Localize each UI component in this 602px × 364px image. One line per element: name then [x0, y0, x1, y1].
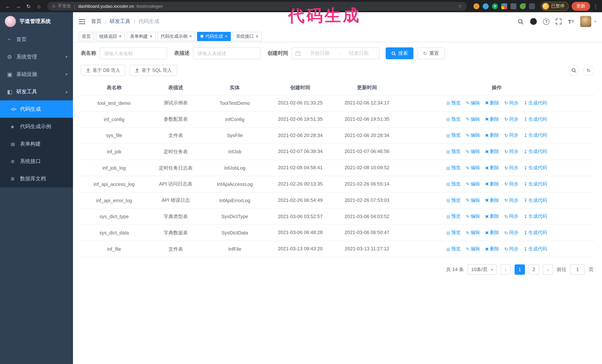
- sidebar-subitem-db-doc[interactable]: ⊞数据库文档: [0, 170, 73, 187]
- breadcrumb-item-1[interactable]: 研发工具: [110, 18, 130, 25]
- refresh-table-button[interactable]: ↻: [583, 65, 594, 76]
- page-button-2[interactable]: 2: [529, 264, 539, 275]
- preview-link[interactable]: ◎预览: [446, 100, 461, 106]
- avatar-caret-icon[interactable]: ▾: [594, 20, 596, 23]
- generate-link[interactable]: ↧生成代码: [524, 197, 547, 203]
- extension-icon[interactable]: [520, 3, 526, 9]
- preview-link[interactable]: ◎预览: [446, 246, 461, 252]
- delete-link[interactable]: ✖删除: [485, 213, 499, 220]
- extensions-puzzle-icon[interactable]: [529, 3, 535, 9]
- sync-link[interactable]: ↻同步: [504, 149, 518, 155]
- github-icon[interactable]: [530, 18, 537, 25]
- table-desc-input[interactable]: [193, 47, 260, 59]
- tab-close-icon[interactable]: ×: [256, 34, 258, 39]
- edit-link[interactable]: ✎编辑: [466, 100, 480, 106]
- browser-reload-icon[interactable]: ↻: [24, 1, 33, 11]
- preview-link[interactable]: ◎预览: [446, 132, 461, 139]
- extension-icon[interactable]: [473, 3, 479, 9]
- edit-link[interactable]: ✎编辑: [466, 132, 480, 139]
- reset-button[interactable]: ↻ 重置: [417, 47, 445, 59]
- edit-link[interactable]: ✎编辑: [466, 116, 480, 122]
- preview-link[interactable]: ◎预览: [446, 165, 461, 171]
- search-icon[interactable]: [517, 18, 524, 25]
- tab-tracing[interactable]: 链路追踪×: [96, 32, 125, 41]
- delete-link[interactable]: ✖删除: [485, 246, 499, 252]
- generate-link[interactable]: ↧生成代码: [524, 213, 547, 220]
- page-size-select[interactable]: 10条/页: [468, 264, 497, 275]
- edit-link[interactable]: ✎编辑: [466, 246, 480, 252]
- page-button-1[interactable]: 1: [515, 264, 525, 275]
- browser-update-button[interactable]: 更新: [572, 2, 590, 10]
- hamburger-icon[interactable]: [79, 19, 85, 24]
- sidebar-subitem-codegen[interactable]: </>代码生成: [0, 100, 73, 118]
- tab-form-builder[interactable]: 表单构建×: [127, 32, 156, 41]
- tab-codegen-example[interactable]: 代码生成示例×: [157, 32, 195, 41]
- sidebar-subitem-form-builder[interactable]: ▤表单构建: [0, 135, 73, 153]
- import-db-button[interactable]: 基于 DB 导入: [81, 65, 125, 76]
- bookmark-star-icon[interactable]: ☆: [458, 3, 462, 9]
- generate-link[interactable]: ↧生成代码: [524, 165, 547, 171]
- browser-home-icon[interactable]: ⌂: [34, 1, 44, 11]
- sidebar-item-home[interactable]: ◔首页: [0, 31, 73, 48]
- preview-link[interactable]: ◎预览: [446, 149, 461, 155]
- sidebar-subitem-codegen-example[interactable]: ◈代码生成示例: [0, 118, 73, 135]
- sync-link[interactable]: ↻同步: [504, 165, 518, 171]
- edit-link[interactable]: ✎编辑: [466, 181, 480, 187]
- sync-link[interactable]: ↻同步: [504, 181, 518, 187]
- sync-link[interactable]: ↻同步: [504, 246, 518, 252]
- extension-icon[interactable]: [492, 3, 498, 9]
- profile-paused-badge[interactable]: 已暂停: [541, 2, 569, 10]
- generate-link[interactable]: ↧生成代码: [524, 230, 547, 236]
- address-bar[interactable]: ⚠ 不安全 | dashboard.yudao.iocoder.cn/tool/…: [47, 2, 467, 10]
- tab-api[interactable]: 系统接口×: [233, 32, 262, 41]
- browser-menu-icon[interactable]: ⋮: [592, 3, 599, 9]
- preview-link[interactable]: ◎预览: [446, 230, 461, 236]
- edit-link[interactable]: ✎编辑: [466, 197, 480, 203]
- sync-link[interactable]: ↻同步: [504, 230, 518, 236]
- delete-link[interactable]: ✖删除: [485, 181, 499, 187]
- search-button[interactable]: 搜索: [386, 47, 413, 59]
- browser-back-icon[interactable]: ←: [3, 1, 13, 11]
- sync-link[interactable]: ↻同步: [504, 213, 518, 220]
- extension-icon[interactable]: [483, 3, 489, 9]
- sidebar-item-infrastructure[interactable]: ▣基础设施▾: [0, 65, 73, 83]
- edit-link[interactable]: ✎编辑: [466, 213, 480, 220]
- sync-link[interactable]: ↻同步: [504, 100, 518, 106]
- tab-close-icon[interactable]: ×: [150, 34, 152, 39]
- toggle-search-button[interactable]: [568, 65, 580, 76]
- generate-link[interactable]: ↧生成代码: [524, 100, 547, 106]
- table-name-input[interactable]: [100, 47, 167, 59]
- prev-page-button[interactable]: ‹: [501, 264, 511, 275]
- preview-link[interactable]: ◎预览: [446, 116, 461, 122]
- tab-close-icon[interactable]: ×: [189, 34, 192, 39]
- fullscreen-icon[interactable]: [556, 19, 562, 24]
- preview-link[interactable]: ◎预览: [446, 181, 461, 187]
- user-avatar[interactable]: [580, 16, 591, 27]
- import-sql-button[interactable]: 基于 SQL 导入: [130, 65, 177, 76]
- delete-link[interactable]: ✖删除: [485, 165, 499, 171]
- sync-link[interactable]: ↻同步: [504, 197, 518, 203]
- preview-link[interactable]: ◎预览: [446, 213, 461, 220]
- breadcrumb-item-0[interactable]: 首页: [91, 18, 101, 25]
- sync-link[interactable]: ↻同步: [504, 116, 518, 122]
- generate-link[interactable]: ↧生成代码: [524, 181, 547, 187]
- delete-link[interactable]: ✖删除: [485, 116, 499, 122]
- delete-link[interactable]: ✖删除: [485, 100, 499, 106]
- next-page-button[interactable]: ›: [543, 264, 553, 275]
- generate-link[interactable]: ↧生成代码: [524, 149, 547, 155]
- edit-link[interactable]: ✎编辑: [466, 149, 480, 155]
- edit-link[interactable]: ✎编辑: [466, 230, 480, 236]
- sidebar-item-devtools[interactable]: ◧研发工具▴: [0, 83, 73, 100]
- delete-link[interactable]: ✖删除: [485, 230, 499, 236]
- sidebar-item-system[interactable]: ⚙系统管理▾: [0, 48, 73, 65]
- delete-link[interactable]: ✖删除: [485, 149, 499, 155]
- generate-link[interactable]: ↧生成代码: [524, 116, 547, 122]
- generate-link[interactable]: ↧生成代码: [524, 246, 547, 252]
- extension-icon[interactable]: [510, 3, 516, 9]
- delete-link[interactable]: ✖删除: [485, 197, 499, 203]
- tab-home[interactable]: 首页: [78, 32, 94, 41]
- tab-codegen[interactable]: 代码生成×: [197, 32, 231, 41]
- tab-close-icon[interactable]: ×: [119, 34, 121, 39]
- generate-link[interactable]: ↧生成代码: [524, 132, 547, 139]
- preview-link[interactable]: ◎预览: [446, 197, 461, 203]
